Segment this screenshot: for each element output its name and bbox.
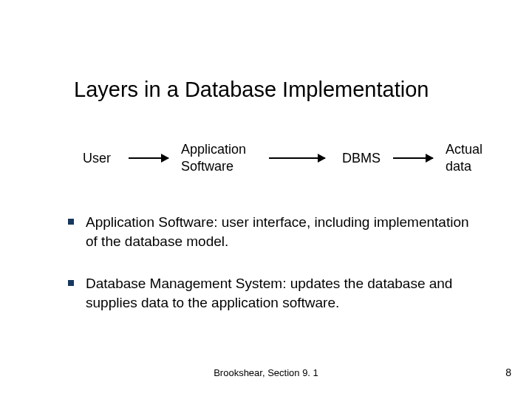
bullet-text: Database Management System: updates the …	[86, 276, 452, 310]
bullet-list: Application Software: user interface, in…	[65, 213, 479, 336]
slide: Layers in a Database Implementation User…	[0, 0, 532, 399]
page-number: 8	[505, 366, 511, 378]
bullet-item: Application Software: user interface, in…	[65, 213, 479, 250]
bullet-text: Application Software: user interface, in…	[86, 214, 469, 249]
arrow-appsoft-to-dbms	[269, 157, 325, 159]
layers-diagram: User Application Software DBMS Actual da…	[74, 137, 488, 181]
appsoft-line1: Application	[181, 142, 246, 157]
bullet-marker-icon	[68, 280, 74, 286]
node-application-software: Application Software	[181, 141, 246, 174]
slide-title: Layers in a Database Implementation	[74, 78, 429, 102]
appsoft-line2: Software	[181, 159, 233, 174]
arrow-dbms-to-data	[393, 157, 433, 159]
node-actual-data: Actual data	[446, 141, 482, 174]
node-dbms: DBMS	[342, 150, 381, 167]
bullet-marker-icon	[68, 219, 74, 225]
actual-line2: data	[446, 159, 471, 174]
node-user: User	[83, 150, 111, 167]
bullet-item: Database Management System: updates the …	[65, 274, 479, 312]
footer-text: Brookshear, Section 9. 1	[0, 367, 532, 378]
actual-line1: Actual	[446, 142, 482, 157]
arrow-user-to-appsoft	[129, 157, 168, 159]
